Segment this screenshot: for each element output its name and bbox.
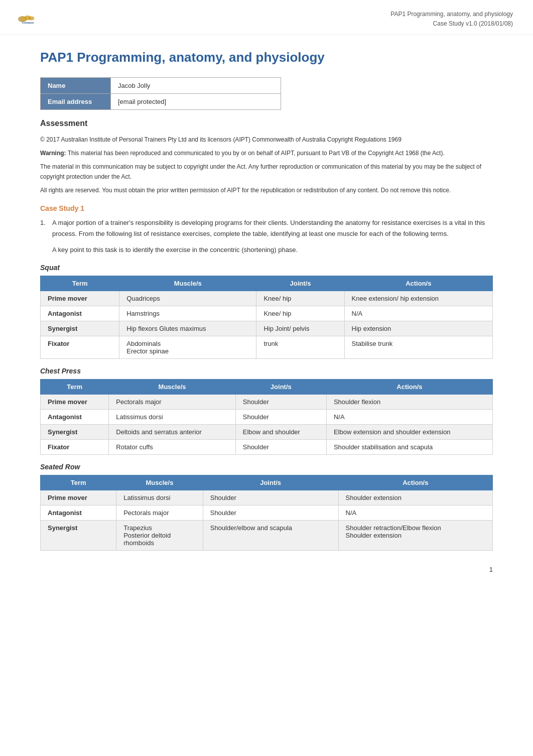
table-row: FixatorRotator cuffsShoulderShoulder sta… <box>41 440 493 455</box>
table-cell-0-3: Knee extension/ hip extension <box>344 291 492 306</box>
svg-text:Campus: Campus <box>22 21 34 24</box>
table-column-header: Action/s <box>344 276 492 291</box>
table-column-header: Joint/s <box>235 380 326 395</box>
table-cell-1-3: N/A <box>344 306 492 321</box>
info-row: Email address[email protected] <box>41 94 281 110</box>
exercise-title-1: Chest Press <box>40 367 493 375</box>
key-point: A key point to this task is to identify … <box>52 244 493 256</box>
table-column-header: Term <box>41 276 119 291</box>
table-cell-3-1: Rotator cuffs <box>109 440 235 455</box>
table-row: Prime moverLatissimus dorsiShoulderShoul… <box>41 490 493 506</box>
exercise-title-0: Squat <box>40 264 493 272</box>
table-column-header: Joint/s <box>203 475 338 490</box>
header-meta-line2: Case Study v1.0 (2018/01/08) <box>390 19 513 29</box>
table-cell-0-2: Knee/ hip <box>256 291 344 306</box>
table-cell-0-1: Quadriceps <box>119 291 256 306</box>
table-column-header: Term <box>41 475 116 490</box>
table-cell-1-0: Antagonist <box>41 506 116 521</box>
table-cell-0-1: Latissimus dorsi <box>116 490 203 506</box>
table-cell-2-3: Elbow extension and shoulder extension <box>326 425 492 440</box>
table-cell-0-1: Pectorals major <box>109 395 235 410</box>
table-row: SynergistHip flexors Glutes maximusHip J… <box>41 321 493 336</box>
table-cell-2-1: Hip flexors Glutes maximus <box>119 321 256 336</box>
table-cell-0-0: Prime mover <box>41 291 119 306</box>
logo-area: Campus <box>15 9 45 29</box>
table-cell-1-1: Pectorals major <box>116 506 203 521</box>
info-table: NameJacob JollyEmail address[email prote… <box>40 77 281 110</box>
table-row: AntagonistPectorals majorShoulderN/A <box>41 506 493 521</box>
table-cell-2-3: Shoulder retraction/Elbow flexion Should… <box>338 521 492 551</box>
info-label: Email address <box>41 94 111 110</box>
table-row: Prime moverQuadricepsKnee/ hipKnee exten… <box>41 291 493 306</box>
exercise-table-2: TermMuscle/sJoint/sAction/sPrime moverLa… <box>40 475 493 551</box>
table-row: SynergistDeltoids and serratus anteriorE… <box>41 425 493 440</box>
question-number: 1. <box>40 217 46 228</box>
campus-logo-icon: Campus <box>15 9 45 29</box>
table-cell-3-0: Fixator <box>41 336 119 359</box>
copyright-line3: The material in this communication may b… <box>40 162 493 181</box>
table-row: AntagonistHamstringsKnee/ hipN/A <box>41 306 493 321</box>
header-meta: PAP1 Programming, anatomy, and physiolog… <box>390 10 513 29</box>
info-row: NameJacob Jolly <box>41 78 281 94</box>
warning-bold: Warning: <box>40 150 66 157</box>
table-cell-0-3: Shoulder extension <box>338 490 492 506</box>
table-cell-2-3: Hip extension <box>344 321 492 336</box>
table-column-header: Joint/s <box>256 276 344 291</box>
table-cell-1-3: N/A <box>326 410 492 425</box>
copyright-block: © 2017 Australian Institute of Personal … <box>40 135 493 195</box>
question-body: A major portion of a trainer's responsib… <box>52 219 485 237</box>
table-row: FixatorAbdominals Erector spinaetrunkSta… <box>41 336 493 359</box>
table-cell-3-1: Abdominals Erector spinae <box>119 336 256 359</box>
question-text: 1. A major portion of a trainer's respon… <box>40 217 493 239</box>
table-row: Prime moverPectorals majorShoulderShould… <box>41 395 493 410</box>
info-value: Jacob Jolly <box>111 78 281 94</box>
table-column-header: Term <box>41 380 109 395</box>
exercise-table-1: TermMuscle/sJoint/sAction/sPrime moverPe… <box>40 379 493 455</box>
table-cell-2-0: Synergist <box>41 425 109 440</box>
page-title: PAP1 Programming, anatomy, and physiolog… <box>40 50 493 65</box>
table-cell-2-0: Synergist <box>41 521 116 551</box>
exercises-container: SquatTermMuscle/sJoint/sAction/sPrime mo… <box>40 264 493 551</box>
table-cell-1-1: Hamstrings <box>119 306 256 321</box>
table-cell-3-3: Shoulder stabilisation and scapula <box>326 440 492 455</box>
table-cell-3-0: Fixator <box>41 440 109 455</box>
table-cell-1-3: N/A <box>338 506 492 521</box>
table-cell-0-2: Shoulder <box>235 395 326 410</box>
table-cell-0-0: Prime mover <box>41 395 109 410</box>
table-cell-0-2: Shoulder <box>203 490 338 506</box>
table-cell-1-2: Shoulder <box>235 410 326 425</box>
table-cell-2-2: Elbow and shoulder <box>235 425 326 440</box>
table-cell-3-2: trunk <box>256 336 344 359</box>
page-number: 1 <box>40 566 493 573</box>
table-cell-3-3: Stabilise trunk <box>344 336 492 359</box>
page-header: Campus PAP1 Programming, anatomy, and ph… <box>0 0 533 35</box>
table-cell-2-2: Shoulder/elbow and scapula <box>203 521 338 551</box>
table-cell-1-0: Antagonist <box>41 410 109 425</box>
table-column-header: Action/s <box>338 475 492 490</box>
case-study-title: Case Study 1 <box>40 204 493 212</box>
info-value: [email protected] <box>111 94 281 110</box>
copyright-line1: © 2017 Australian Institute of Personal … <box>40 135 493 145</box>
table-cell-1-0: Antagonist <box>41 306 119 321</box>
table-cell-1-2: Shoulder <box>203 506 338 521</box>
table-row: AntagonistLatissimus dorsiShoulderN/A <box>41 410 493 425</box>
table-cell-1-2: Knee/ hip <box>256 306 344 321</box>
copyright-line2: Warning: This material has been reproduc… <box>40 149 493 158</box>
warning-rest: This material has been reproduced and co… <box>66 150 445 157</box>
svg-point-2 <box>29 17 35 21</box>
question-block: 1. A major portion of a trainer's respon… <box>40 217 493 256</box>
info-label: Name <box>41 78 111 94</box>
exercise-title-2: Seated Row <box>40 463 493 471</box>
table-cell-2-1: Deltoids and serratus anterior <box>109 425 235 440</box>
copyright-line4: All rights are reserved. You must obtain… <box>40 186 493 195</box>
table-column-header: Muscle/s <box>119 276 256 291</box>
header-meta-line1: PAP1 Programming, anatomy, and physiolog… <box>390 10 513 19</box>
table-cell-3-2: Shoulder <box>235 440 326 455</box>
exercise-table-0: TermMuscle/sJoint/sAction/sPrime moverQu… <box>40 276 493 359</box>
table-cell-2-1: Trapezius Posterior deltoid rhomboids <box>116 521 203 551</box>
table-column-header: Action/s <box>326 380 492 395</box>
table-row: SynergistTrapezius Posterior deltoid rho… <box>41 521 493 551</box>
table-column-header: Muscle/s <box>116 475 203 490</box>
table-column-header: Muscle/s <box>109 380 235 395</box>
assessment-label: Assessment <box>40 119 493 128</box>
